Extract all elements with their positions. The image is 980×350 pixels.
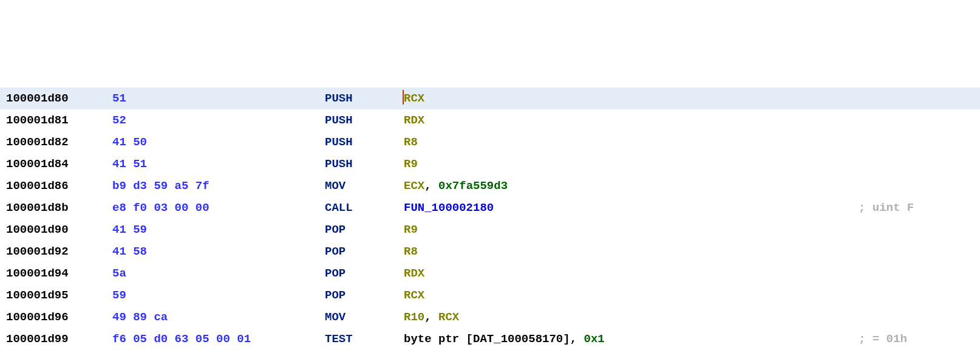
bytes: e8 f0 03 00 00 — [112, 197, 325, 219]
listing-row[interactable]: 100001d8441 51PUSHR9 — [0, 153, 980, 175]
operands[interactable]: R10, RCX — [404, 306, 846, 328]
operands[interactable]: R9 — [404, 219, 846, 241]
mnemonic: MOV — [325, 175, 404, 197]
operand-reg: R8 — [404, 245, 418, 258]
address: 100001d90 — [6, 219, 112, 241]
operands[interactable]: byte ptr [DAT_100058170], 0x1 — [404, 328, 846, 350]
operands[interactable]: ECX, 0x7fa559d3 — [404, 175, 846, 197]
bytes: 5a — [112, 262, 325, 284]
address: 100001d81 — [6, 109, 112, 131]
mnemonic: POP — [325, 219, 404, 241]
bytes: 41 50 — [112, 131, 325, 153]
mnemonic: POP — [325, 241, 404, 262]
operand-txt: byte ptr [ — [404, 332, 473, 346]
bytes: f6 05 d0 63 05 00 01 — [112, 328, 325, 350]
operand-txt: , — [424, 179, 438, 193]
listing-row[interactable]: 100001d9559POPRCX — [0, 284, 980, 306]
mnemonic: POP — [325, 262, 404, 284]
eol-comment: ; = 01h — [846, 328, 980, 350]
listing-row[interactable]: 100001d8be8 f0 03 00 00CALLFUN_100002180… — [0, 197, 980, 219]
operand-reg: RDX — [404, 114, 424, 127]
mnemonic: PUSH — [325, 88, 404, 109]
operand-reg: R9 — [404, 223, 418, 236]
mnemonic: TEST — [325, 328, 404, 350]
operands[interactable]: R8 — [404, 131, 846, 153]
listing-row[interactable]: 100001d8152PUSHRDX — [0, 109, 980, 131]
operands[interactable]: R9 — [404, 153, 846, 175]
address: 100001d95 — [6, 284, 112, 306]
mnemonic: PUSH — [325, 109, 404, 131]
disassembly-listing[interactable]: 100001d8051PUSHRCX100001d8152PUSHRDX1000… — [0, 88, 980, 350]
eol-comment: ; uint F — [846, 197, 980, 219]
operand-reg: RCX — [404, 289, 424, 302]
operand-reg: RCX — [404, 92, 424, 105]
address: 100001d94 — [6, 262, 112, 284]
mnemonic: MOV — [325, 306, 404, 328]
listing-row[interactable]: 100001d9241 58POPR8 — [0, 241, 980, 262]
operands[interactable]: RDX — [404, 262, 846, 284]
mnemonic: CALL — [325, 197, 404, 219]
listing-row[interactable]: 100001d86b9 d3 59 a5 7fMOVECX, 0x7fa559d… — [0, 175, 980, 197]
operands[interactable]: RCX — [404, 88, 846, 109]
operand-func[interactable]: FUN_100002180 — [404, 201, 494, 214]
bytes: b9 d3 59 a5 7f — [112, 175, 325, 197]
operand-num: 0x7fa559d3 — [438, 179, 508, 193]
mnemonic: PUSH — [325, 153, 404, 175]
bytes: 52 — [112, 109, 325, 131]
operands[interactable]: RDX — [404, 109, 846, 131]
bytes: 59 — [112, 284, 325, 306]
mnemonic: PUSH — [325, 131, 404, 153]
text-cursor — [403, 90, 404, 105]
operand-reg: R9 — [404, 157, 418, 171]
address: 100001d99 — [6, 328, 112, 350]
address: 100001d82 — [6, 131, 112, 153]
address: 100001d86 — [6, 175, 112, 197]
operand-reg: RCX — [438, 311, 459, 324]
listing-row[interactable]: 100001d8051PUSHRCX — [0, 88, 980, 109]
listing-row[interactable]: 100001d9041 59POPR9 — [0, 219, 980, 241]
operands[interactable]: FUN_100002180 — [404, 197, 846, 219]
operand-num: 0x1 — [584, 332, 604, 346]
listing-row[interactable]: 100001d99f6 05 d0 63 05 00 01TESTbyte pt… — [0, 328, 980, 350]
bytes: 51 — [112, 88, 325, 109]
operand-reg: ECX — [404, 179, 424, 193]
listing-row[interactable]: 100001d9649 89 caMOVR10, RCX — [0, 306, 980, 328]
operand-dat[interactable]: DAT_100058170 — [473, 332, 563, 346]
bytes: 41 51 — [112, 153, 325, 175]
operand-reg: R10 — [404, 311, 424, 324]
operand-txt: , — [424, 311, 438, 324]
operand-reg: RDX — [404, 267, 424, 280]
mnemonic: POP — [325, 284, 404, 306]
listing-row[interactable]: 100001d8241 50PUSHR8 — [0, 131, 980, 153]
bytes: 41 58 — [112, 241, 325, 262]
address: 100001d80 — [6, 88, 112, 109]
listing-row[interactable]: 100001d945aPOPRDX — [0, 262, 980, 284]
operands[interactable]: RCX — [404, 284, 846, 306]
operand-txt: ], — [563, 332, 584, 346]
address: 100001d96 — [6, 306, 112, 328]
bytes: 49 89 ca — [112, 306, 325, 328]
address: 100001d8b — [6, 197, 112, 219]
address: 100001d92 — [6, 241, 112, 262]
operand-reg: R8 — [404, 136, 418, 149]
operands[interactable]: R8 — [404, 241, 846, 262]
bytes: 41 59 — [112, 219, 325, 241]
address: 100001d84 — [6, 153, 112, 175]
